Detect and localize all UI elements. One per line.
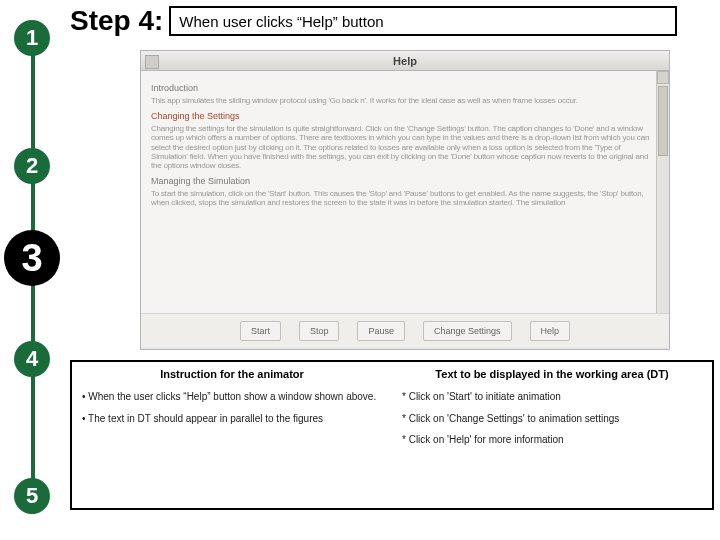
step-number-label: Step 4: — [70, 5, 163, 37]
help-para-settings: Changing the settings for the simulation… — [151, 124, 659, 170]
help-button[interactable]: Help — [530, 321, 571, 341]
help-window-screenshot: Help Introduction This app simulates the… — [140, 50, 670, 350]
pause-button[interactable]: Pause — [357, 321, 405, 341]
animator-item: The text in DT should appear in parallel… — [82, 412, 382, 426]
step-marker-2: 2 — [14, 148, 50, 184]
display-text-column: Text to be displayed in the working area… — [392, 362, 712, 508]
help-body: Introduction This app simulates the slid… — [141, 71, 669, 313]
help-heading-intro: Introduction — [151, 83, 659, 93]
display-text-heading: Text to be displayed in the working area… — [402, 368, 702, 380]
animator-heading: Instruction for the animator — [82, 368, 382, 380]
help-para-managing: To start the simulation, click on the 'S… — [151, 189, 659, 207]
display-text-item: Click on 'Start' to initiate animation — [402, 390, 702, 404]
help-heading-managing: Managing the Simulation — [151, 176, 659, 186]
step-marker-3-active: 3 — [4, 230, 60, 286]
stop-button[interactable]: Stop — [299, 321, 340, 341]
help-heading-settings: Changing the Settings — [151, 111, 659, 121]
step-marker-4: 4 — [14, 341, 50, 377]
timeline: 1 2 3 4 5 — [14, 8, 52, 532]
display-text-item: Click on 'Change Settings' to animation … — [402, 412, 702, 426]
step-header: Step 4: When user clicks “Help” button — [70, 0, 677, 42]
instruction-box: Instruction for the animator When the us… — [70, 360, 714, 510]
animator-item: When the user clicks “Help” button show … — [82, 390, 382, 404]
window-titlebar: Help — [141, 51, 669, 71]
button-bar: Start Stop Pause Change Settings Help — [141, 313, 669, 347]
scroll-thumb[interactable] — [658, 86, 668, 156]
step-title: When user clicks “Help” button — [169, 6, 677, 36]
start-button[interactable]: Start — [240, 321, 281, 341]
step-marker-1: 1 — [14, 20, 50, 56]
display-text-item: Click on 'Help' for more information — [402, 433, 702, 447]
help-para-intro: This app simulates the sliding window pr… — [151, 96, 659, 105]
scroll-up-icon[interactable] — [657, 71, 669, 84]
animator-instructions-column: Instruction for the animator When the us… — [72, 362, 392, 508]
step-marker-5: 5 — [14, 478, 50, 514]
change-settings-button[interactable]: Change Settings — [423, 321, 512, 341]
scrollbar[interactable] — [656, 71, 669, 313]
